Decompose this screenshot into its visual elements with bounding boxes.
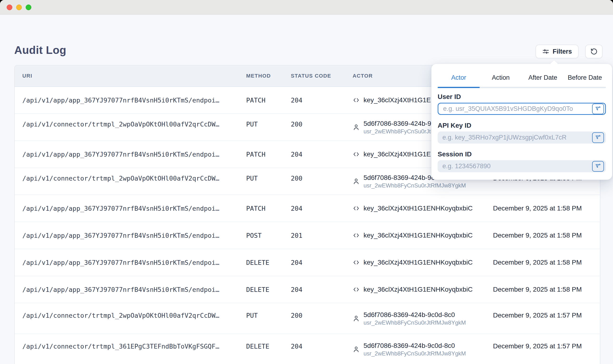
code-icon [353, 286, 360, 293]
add-filter-button[interactable] [592, 132, 604, 143]
funnel-plus-icon [595, 163, 601, 169]
status-code-cell: 204 [291, 259, 353, 266]
status-code-cell: 200 [291, 120, 353, 128]
tab-track [438, 87, 606, 88]
app-window: Audit Log Filters [0, 0, 613, 364]
uri-cell: /api/v1/app/app_367YJ97077nrfB4VsnH5i0rK… [15, 151, 246, 158]
actor-cell: 5d6f7086-8369-424b-9c0d-8c0 usr_2wEWhb8F… [353, 342, 493, 357]
uri-cell: /api/v1/connector/trtmpl_2wpOaVpOKtOHl00… [15, 120, 246, 128]
tab-actor[interactable]: Actor [438, 72, 480, 83]
actor-cell: key_36clXzj4XtH1G1ENHKoyqbxbiC [353, 232, 493, 239]
method-cell: DELETE [246, 343, 291, 350]
actor-id: 5d6f7086-8369-424b-9c0d-8c0 [363, 342, 466, 350]
column-header-uri: URI [15, 73, 246, 79]
rotate-ccw-icon [590, 48, 598, 55]
actor-user-id: usr_2wEWhb8FyCnSu0rJtRfMJw8YgkM [363, 319, 466, 326]
titlebar [0, 0, 613, 15]
timestamp-cell: December 9, 2025 at 1:58 PM [493, 259, 600, 266]
status-code-cell: 204 [291, 151, 353, 158]
status-code-cell: 204 [291, 205, 353, 212]
method-cell: PATCH [246, 205, 291, 212]
funnel-plus-icon [595, 135, 601, 141]
actor-user-id: usr_2wEWhb8FyCnSu0rJtRfMJw8YgkM [363, 350, 466, 357]
filters-popover: ActorActionAfter DateBefore Date User ID… [431, 64, 612, 180]
actor-id: key_36clXzj4XtH1G1ENHKoyqbxbiC [363, 259, 473, 266]
table-row[interactable]: /api/v1/app/app_367YJ97077nrfB4VsnH5i0rK… [15, 222, 600, 249]
add-filter-button[interactable] [592, 104, 604, 114]
session-id-input[interactable] [438, 160, 606, 172]
tab-action[interactable]: Action [480, 72, 522, 83]
status-code-cell: 200 [291, 312, 353, 319]
field-label: API Key ID [438, 121, 606, 130]
uri-cell: /api/v1/connector/trtmpl_2wpOaVpOKtOHl00… [15, 175, 246, 182]
active-tab-indicator [438, 87, 480, 88]
actor-id: key_36clXzj4XtH1G1ENHKoyqbxbiC [363, 205, 473, 212]
actor-cell: key_36clXzj4XtH1G1ENHKoyqbxbiC [353, 259, 493, 266]
table-row[interactable]: /api/v1/app/app_367YJ97077nrfB4VsnH5i0rK… [15, 249, 600, 276]
table-row[interactable]: /api/v1/app/app_367YJ97077nrfB4VsnH5i0rK… [15, 276, 600, 303]
field-label: User ID [438, 93, 606, 101]
person-icon [353, 315, 360, 322]
page-title: Audit Log [14, 44, 66, 56]
uri-cell: /api/v1/app/app_367YJ97077nrfB4VsnH5i0rK… [15, 259, 246, 266]
table-row[interactable]: /api/v1/connector/trtmpl_2wpOaVpOKtOHl00… [15, 303, 600, 334]
timestamp-cell: December 9, 2025 at 1:58 PM [493, 232, 600, 239]
actor-cell: key_36clXzj4XtH1G1ENHKoyqbxbiC [353, 286, 493, 293]
zoom-window-button[interactable] [26, 4, 31, 10]
api-key-id-input[interactable] [438, 131, 606, 143]
status-code-cell: 204 [291, 343, 353, 350]
minimize-window-button[interactable] [16, 4, 22, 10]
close-window-button[interactable] [7, 4, 12, 10]
toolbar: Filters [536, 45, 602, 58]
filters-button[interactable]: Filters [536, 45, 579, 58]
code-icon [353, 232, 360, 239]
filters-button-label: Filters [553, 48, 572, 55]
actor-id: key_36clXzj4XtH1G1ENHKoyqbxbiC [363, 232, 473, 239]
tab-after-date[interactable]: After Date [522, 72, 564, 83]
method-cell: DELETE [246, 286, 291, 293]
actor-id: key_36clXzj4XtH1G1ENHKoyqbxbiC [363, 286, 473, 293]
method-cell: PUT [246, 175, 291, 182]
uri-cell: /api/v1/app/app_367YJ97077nrfB4VsnH5i0rK… [15, 205, 246, 212]
person-icon [353, 124, 360, 131]
popover-caret [546, 59, 562, 64]
code-icon [353, 259, 360, 266]
person-icon [353, 346, 360, 353]
column-header-status-code: STATUS CODE [291, 73, 353, 79]
filter-tabs: ActorActionAfter DateBefore Date [438, 72, 606, 83]
field-label: Session ID [438, 150, 606, 158]
reset-filters-button[interactable] [585, 45, 602, 58]
user-id-input[interactable] [438, 103, 606, 115]
add-filter-button[interactable] [592, 161, 604, 171]
timestamp-cell: December 9, 2025 at 1:58 PM [493, 286, 600, 293]
method-cell: PUT [246, 312, 291, 319]
timestamp-cell: December 9, 2025 at 1:57 PM [493, 342, 600, 350]
tab-before-date[interactable]: Before Date [564, 72, 606, 83]
actor-id: 5d6f7086-8369-424b-9c0d-8c0 [363, 311, 466, 319]
filter-fields: User ID API Key ID [438, 93, 606, 172]
method-cell: PATCH [246, 151, 291, 158]
table-row[interactable]: /api/v1/connector/trtmpl_361EPgC3TEFndBb… [15, 334, 600, 364]
actor-user-id: usr_2wEWhb8FyCnSu0rJtRfMJw8YgkM [363, 182, 466, 189]
uri-cell: /api/v1/app/app_367YJ97077nrfB4VsnH5i0rK… [15, 286, 246, 293]
status-code-cell: 204 [291, 97, 353, 104]
method-cell: DELETE [246, 259, 291, 266]
status-code-cell: 201 [291, 232, 353, 239]
uri-cell: /api/v1/connector/trtmpl_361EPgC3TEFndBb… [15, 343, 246, 350]
uri-cell: /api/v1/connector/trtmpl_2wpOaVpOKtOHl00… [15, 312, 246, 319]
person-icon [353, 178, 360, 185]
status-code-cell: 200 [291, 175, 353, 182]
code-icon [353, 205, 360, 212]
funnel-plus-icon [595, 106, 601, 112]
table-row[interactable]: /api/v1/app/app_367YJ97077nrfB4VsnH5i0rK… [15, 195, 600, 222]
sliders-icon [542, 48, 549, 55]
uri-cell: /api/v1/app/app_367YJ97077nrfB4VsnH5i0rK… [15, 97, 246, 104]
uri-cell: /api/v1/app/app_367YJ97077nrfB4VsnH5i0rK… [15, 232, 246, 239]
method-cell: PUT [246, 120, 291, 128]
method-cell: POST [246, 232, 291, 239]
actor-cell: key_36clXzj4XtH1G1ENHKoyqbxbiC [353, 205, 493, 212]
timestamp-cell: December 9, 2025 at 1:58 PM [493, 205, 600, 212]
page-content: Audit Log Filters [0, 15, 613, 364]
code-icon [353, 151, 360, 158]
timestamp-cell: December 9, 2025 at 1:57 PM [493, 312, 600, 319]
